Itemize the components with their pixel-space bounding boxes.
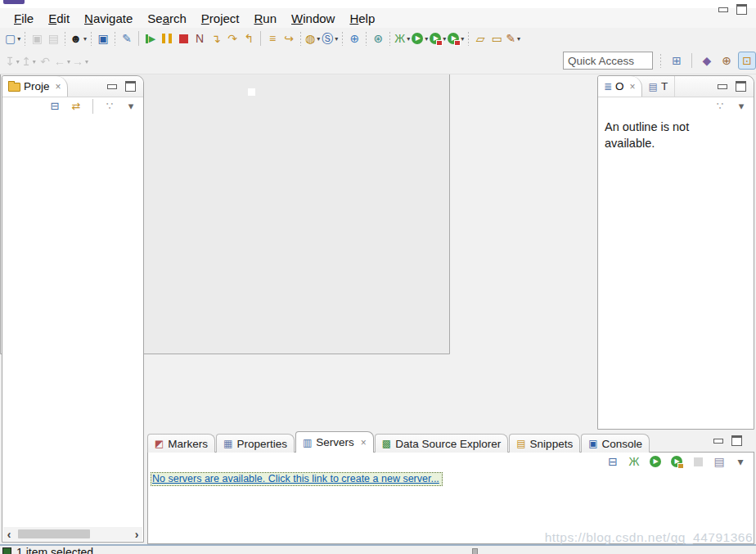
servers-toolbar: ⊟Ж▶▶▤▾ xyxy=(605,454,749,469)
tab-markers[interactable]: ◩Markers xyxy=(147,434,215,453)
open-perspective-button[interactable]: ⊞ xyxy=(668,52,685,69)
toolbar-separator xyxy=(389,31,391,46)
maximize-button[interactable] xyxy=(125,81,136,92)
drop-to-frame-button[interactable]: ↪ xyxy=(281,30,297,47)
run-button[interactable]: ▶▾ xyxy=(411,30,429,47)
project-explorer-panel: Proje × ⊟⇄∵▾ ‹ › xyxy=(2,75,144,543)
perspective-debug-button[interactable]: ◆ xyxy=(699,52,715,69)
link-with-editor-button[interactable]: ⇄ xyxy=(68,99,84,113)
suspend-button[interactable] xyxy=(159,30,175,47)
tab-label: Markers xyxy=(168,438,208,450)
tab-servers-icon: ▥ xyxy=(303,438,312,448)
menu-run[interactable]: Run xyxy=(247,10,285,27)
minimize-button[interactable] xyxy=(718,84,727,89)
quick-access-input[interactable] xyxy=(563,52,653,70)
scrollbar-thumb[interactable] xyxy=(18,529,90,538)
outline-panel: ≣ O × ▤ T ∵▾ An outline is not available… xyxy=(597,75,754,430)
perspective-javaee-button[interactable]: ⊡ xyxy=(738,52,756,70)
tab-label: Snippets xyxy=(530,438,574,450)
web-browser-button[interactable]: ⊕ xyxy=(346,30,362,47)
view-menu-button[interactable]: ▾ xyxy=(733,99,749,113)
close-icon[interactable]: × xyxy=(56,81,61,92)
tab-properties-icon: ▦ xyxy=(223,439,232,448)
menu-help[interactable]: Help xyxy=(342,10,382,27)
minimize-button[interactable] xyxy=(107,84,117,89)
scroll-right-button[interactable]: › xyxy=(131,529,142,540)
tab-data-source-explorer[interactable]: ▩Data Source Explorer xyxy=(375,434,508,453)
user-profile-button[interactable]: ☻▾ xyxy=(69,30,88,47)
horizontal-scrollbar[interactable]: ‹ › xyxy=(3,527,142,541)
project-explorer-content xyxy=(2,115,143,506)
menu-search[interactable]: Search xyxy=(140,10,194,27)
console-button[interactable]: ▣ xyxy=(95,30,111,47)
tab-properties[interactable]: ▦Properties xyxy=(216,434,295,453)
publish-button[interactable]: ▤ xyxy=(711,454,727,469)
save-all-button: ▤ xyxy=(45,30,61,47)
search-mark-button[interactable]: ✎▾ xyxy=(505,30,521,47)
coverage-button[interactable]: ▶▾ xyxy=(429,30,447,47)
debug-button[interactable]: Ж▾ xyxy=(394,30,411,47)
maximize-button[interactable] xyxy=(736,81,746,92)
resume-button[interactable]: ▶ xyxy=(142,30,159,47)
debug-server-button[interactable]: Ж xyxy=(626,454,642,469)
collapse-all-button[interactable]: ⊟ xyxy=(605,454,621,469)
perspective-web-button[interactable]: ⊕ xyxy=(718,52,735,69)
profile-server-button[interactable]: ▶ xyxy=(668,454,685,469)
toolbar-separator xyxy=(365,31,367,46)
back-button: ←▾ xyxy=(53,53,71,70)
create-server-link[interactable]: No servers are available. Click this lin… xyxy=(151,472,443,486)
close-icon[interactable]: × xyxy=(630,81,636,92)
open-resource-button[interactable]: ▭ xyxy=(488,30,505,47)
render-artifact xyxy=(248,88,255,96)
outline-icon: ≣ xyxy=(604,82,612,92)
watermark: https://blog.csdn.net/qq_44791366 xyxy=(515,530,753,545)
menu-edit[interactable]: Edit xyxy=(41,10,77,27)
outline-message: An outline is not available. xyxy=(598,115,726,156)
view-menu-dots-button[interactable]: ∵ xyxy=(712,99,728,113)
forward-button: →▾ xyxy=(71,53,89,70)
disconnect-button[interactable]: N xyxy=(191,30,208,47)
new-web-project-button[interactable]: ◍▾ xyxy=(304,30,321,47)
view-menu-button[interactable]: ▾ xyxy=(732,454,749,469)
view-menu-button[interactable]: ▾ xyxy=(123,99,139,113)
bottom-tab-bar: ◩Markers▦Properties▥Servers×▩Data Source… xyxy=(147,432,650,453)
view-menu-dots-button[interactable]: ∵ xyxy=(101,99,118,113)
menu-project[interactable]: Project xyxy=(194,10,247,27)
maximize-button[interactable] xyxy=(736,4,747,15)
tab-label: Data Source Explorer xyxy=(395,438,501,450)
step-return-button[interactable]: ↰ xyxy=(241,30,257,47)
menu-file[interactable]: File xyxy=(7,10,41,27)
maximize-button[interactable] xyxy=(731,435,742,446)
step-over-button[interactable]: ↷ xyxy=(224,30,241,47)
pin-editor-button[interactable]: ✎ xyxy=(119,30,135,47)
tab-label: Console xyxy=(602,438,643,450)
tab-task-list[interactable]: ▤ T xyxy=(642,76,676,97)
terminate-button[interactable] xyxy=(175,30,191,47)
use-step-filters-button[interactable]: ≡ xyxy=(264,30,281,47)
start-server-button[interactable]: ▶ xyxy=(647,454,664,469)
scroll-left-button[interactable]: ‹ xyxy=(3,529,15,540)
minimize-button[interactable] xyxy=(718,7,728,12)
task-list-icon: ▤ xyxy=(649,82,658,92)
tab-snippets[interactable]: ▤Snippets xyxy=(509,434,580,453)
minimize-button[interactable] xyxy=(713,439,723,444)
tab-servers[interactable]: ▥Servers× xyxy=(295,431,374,453)
new-servlet-button[interactable]: Ⓢ▾ xyxy=(321,30,339,47)
next-annotation-button: ↧▾ xyxy=(4,53,20,70)
close-icon[interactable]: × xyxy=(361,437,367,448)
step-into-button[interactable]: ↴ xyxy=(208,30,224,47)
tab-console[interactable]: ▣Console xyxy=(581,434,650,453)
tab-outline[interactable]: ≣ O × xyxy=(598,76,642,97)
profile-button[interactable]: ▶▾ xyxy=(447,30,465,47)
toolbar-separator xyxy=(299,31,302,46)
web-services-explorer-button[interactable]: ⊛ xyxy=(370,30,386,47)
menu-navigate[interactable]: Navigate xyxy=(77,10,140,27)
status-bar: 1 item selected xyxy=(0,544,756,554)
navigation-toolbar: ↧▾↥▾↶←▾→▾ xyxy=(4,53,89,70)
menu-window[interactable]: Window xyxy=(284,10,342,27)
collapse-all-button[interactable]: ⊟ xyxy=(47,99,63,113)
new-wizard-button[interactable]: ▢▾ xyxy=(4,30,21,47)
tab-project-explorer[interactable]: Proje × xyxy=(2,76,68,97)
tab-label: Proje xyxy=(24,80,50,92)
open-type-button[interactable]: ▱ xyxy=(472,30,488,47)
